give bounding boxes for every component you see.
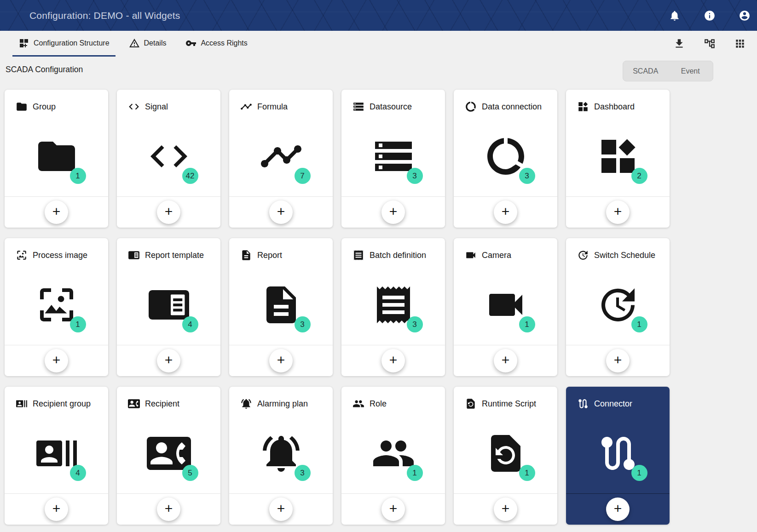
receipt-icon xyxy=(352,249,364,261)
card-title: Process image xyxy=(33,251,87,260)
card-title: Role xyxy=(370,399,387,409)
card-title: Group xyxy=(33,102,56,112)
account-tree-icon xyxy=(704,38,716,50)
add-button[interactable]: + xyxy=(381,200,405,224)
count-badge: 1 xyxy=(407,465,423,481)
tab-label: Access Rights xyxy=(201,39,247,47)
tab-label: Configuration Structure xyxy=(34,39,110,47)
apps-icon xyxy=(734,38,746,50)
add-button[interactable]: + xyxy=(269,200,293,224)
card-alarming-plan[interactable]: Alarming plan 3 + xyxy=(229,387,333,525)
toggle-option-scada[interactable]: SCADA xyxy=(623,61,668,81)
card-title: Connector xyxy=(594,399,632,409)
card-signal[interactable]: Signal 42 + xyxy=(117,90,220,228)
card-title: Camera xyxy=(482,251,511,260)
info-icon xyxy=(704,10,716,22)
page-title: Configuration: DEMO - all Widgets xyxy=(29,10,180,21)
card-recipient[interactable]: Recipient 5 + xyxy=(117,387,220,525)
account-button[interactable] xyxy=(734,5,755,26)
add-button[interactable]: + xyxy=(269,498,293,521)
card-formula[interactable]: Formula 7 + xyxy=(229,90,333,228)
add-button[interactable]: + xyxy=(606,498,630,521)
people-icon xyxy=(352,398,364,410)
route-icon xyxy=(577,398,589,410)
count-badge: 1 xyxy=(519,465,535,481)
download-button[interactable] xyxy=(673,38,685,50)
bell-ring-icon xyxy=(240,398,252,410)
card-report[interactable]: Report 3 + xyxy=(229,238,333,376)
add-button[interactable]: + xyxy=(606,200,630,224)
card-data-connection[interactable]: Data connection 3 + xyxy=(454,90,557,228)
add-button[interactable]: + xyxy=(45,349,68,372)
header-actions xyxy=(664,5,757,26)
add-button[interactable]: + xyxy=(157,349,180,372)
card-title: Data connection xyxy=(482,102,542,112)
card-connector[interactable]: Connector 1 + xyxy=(566,387,670,525)
tabs: Configuration Structure Details Access R… xyxy=(12,31,254,57)
add-button[interactable]: + xyxy=(157,200,180,224)
count-badge: 4 xyxy=(182,316,198,332)
card-recipient-group[interactable]: Recipient group 4 + xyxy=(5,387,108,525)
card-title: Datasource xyxy=(370,102,412,112)
card-title: Batch definition xyxy=(370,251,426,260)
count-badge: 42 xyxy=(182,168,198,184)
add-button[interactable]: + xyxy=(381,498,405,521)
count-badge: 3 xyxy=(519,168,535,184)
add-button[interactable]: + xyxy=(157,498,180,521)
card-camera[interactable]: Camera 1 + xyxy=(454,238,557,376)
card-runtime-script[interactable]: Runtime Script 1 + xyxy=(454,387,557,525)
count-badge: 3 xyxy=(295,465,311,481)
card-report-template[interactable]: Report template 4 + xyxy=(117,238,220,376)
count-badge: 1 xyxy=(631,465,647,481)
notifications-button[interactable] xyxy=(664,5,685,26)
tab-access-rights[interactable]: Access Rights xyxy=(179,31,253,57)
add-button[interactable]: + xyxy=(606,349,630,372)
scada-event-toggle: SCADA Event xyxy=(623,61,713,81)
card-title: Recipient group xyxy=(33,399,91,409)
add-button[interactable]: + xyxy=(45,498,68,521)
account-icon xyxy=(739,10,751,22)
card-role[interactable]: Role 1 + xyxy=(341,387,445,525)
count-badge: 3 xyxy=(295,316,311,332)
key-icon xyxy=(185,38,196,49)
add-button[interactable]: + xyxy=(494,349,517,372)
section-title: SCADA Configuration xyxy=(6,65,83,74)
code-icon xyxy=(128,101,140,113)
card-batch-definition[interactable]: Batch definition 3 + xyxy=(341,238,445,376)
card-dashboard[interactable]: Dashboard 2 + xyxy=(566,90,670,228)
count-badge: 2 xyxy=(631,168,647,184)
dashboard-customize-icon xyxy=(18,38,29,49)
tab-details[interactable]: Details xyxy=(123,31,173,57)
add-button[interactable]: + xyxy=(269,349,293,372)
grid-view-button[interactable] xyxy=(734,38,746,50)
folder-icon xyxy=(16,101,28,113)
tab-label: Details xyxy=(144,39,167,47)
card-title: Report template xyxy=(145,251,204,260)
card-title: Switch Schedule xyxy=(594,251,655,260)
card-title: Runtime Script xyxy=(482,399,536,409)
card-datasource[interactable]: Datasource 3 + xyxy=(341,90,445,228)
storage-icon xyxy=(352,101,364,113)
videocam-icon xyxy=(465,249,477,261)
card-title: Recipient xyxy=(145,399,179,409)
reader-mode-icon xyxy=(128,249,140,261)
count-badge: 5 xyxy=(182,465,198,481)
add-button[interactable]: + xyxy=(45,200,68,224)
add-button[interactable]: + xyxy=(381,349,405,372)
download-icon xyxy=(673,38,685,50)
tab-configuration-structure[interactable]: Configuration Structure xyxy=(12,31,116,57)
card-group[interactable]: Group 1 + xyxy=(5,90,108,228)
tree-view-button[interactable] xyxy=(704,38,716,50)
count-badge: 1 xyxy=(519,316,535,332)
add-button[interactable]: + xyxy=(494,498,517,521)
add-button[interactable]: + xyxy=(494,200,517,224)
toolbar xyxy=(673,31,757,57)
card-process-image[interactable]: Process image 1 + xyxy=(5,238,108,376)
info-button[interactable] xyxy=(699,5,720,26)
card-switch-schedule[interactable]: Switch Schedule 1 + xyxy=(566,238,670,376)
document-icon xyxy=(240,249,252,261)
dashboard-icon xyxy=(577,101,589,113)
update-clock-icon xyxy=(577,249,589,261)
toggle-option-event[interactable]: Event xyxy=(668,61,713,81)
card-title: Report xyxy=(257,251,282,260)
